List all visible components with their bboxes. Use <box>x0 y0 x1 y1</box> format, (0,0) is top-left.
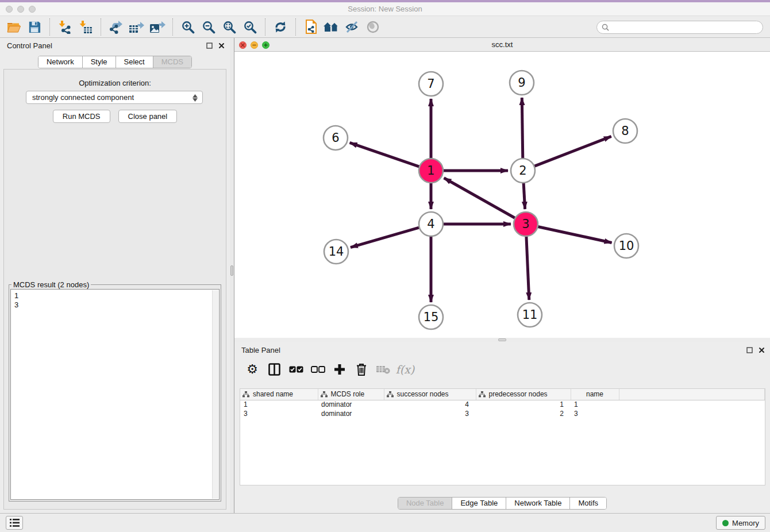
graph-node-3[interactable]: 3 <box>514 212 538 236</box>
svg-text:2: 2 <box>519 164 526 178</box>
graph-edge-1-6[interactable] <box>350 142 421 167</box>
import-network-icon[interactable] <box>55 18 75 36</box>
table-cell[interactable]: dominator <box>318 400 384 409</box>
graph-edge-3-1[interactable] <box>444 178 517 219</box>
task-history-button[interactable] <box>6 516 23 530</box>
sort-column-icon[interactable] <box>479 391 486 398</box>
birds-eye-view-icon[interactable] <box>363 18 383 36</box>
horizontal-splitter[interactable] <box>234 338 770 342</box>
add-row-icon[interactable] <box>329 360 351 379</box>
function-builder-icon[interactable]: f(x) <box>394 360 416 379</box>
column-header-name[interactable]: name <box>571 389 619 400</box>
table-cell[interactable]: 1 <box>476 400 571 409</box>
table-cell[interactable]: 2 <box>476 409 571 418</box>
deselect-all-checkboxes-icon[interactable] <box>307 360 329 379</box>
close-panel-button[interactable]: Close panel <box>118 110 178 123</box>
sort-column-icon[interactable] <box>387 391 394 398</box>
column-header-MCDS-role[interactable]: MCDS role <box>318 389 384 400</box>
graph-node-2[interactable]: 2 <box>511 159 535 183</box>
search-icon <box>602 24 609 31</box>
column-header-predecessor-nodes[interactable]: predecessor nodes <box>476 389 571 400</box>
graph-node-8[interactable]: 8 <box>613 119 637 143</box>
toggle-graphics-details-icon[interactable] <box>342 18 363 36</box>
close-table-panel-icon[interactable] <box>758 346 765 354</box>
table-cell[interactable]: dominator <box>318 409 384 418</box>
tab-style[interactable]: Style <box>83 56 116 68</box>
import-table-icon[interactable] <box>75 18 96 36</box>
save-session-icon[interactable] <box>24 18 45 36</box>
export-table-icon[interactable] <box>126 18 147 36</box>
table-cell[interactable]: 1 <box>571 400 619 409</box>
refresh-view-icon[interactable] <box>270 18 291 36</box>
graph-node-6[interactable]: 6 <box>324 126 348 150</box>
float-panel-icon[interactable] <box>206 42 213 49</box>
tab-edge-table[interactable]: Edge Table <box>452 498 506 509</box>
sort-column-icon[interactable] <box>242 391 249 398</box>
table-cell[interactable]: 4 <box>384 400 476 409</box>
network-graph[interactable]: 7968124314101511 <box>234 52 769 338</box>
memory-button[interactable]: Memory <box>716 516 765 530</box>
mcds-result-list[interactable]: 13 <box>10 289 220 500</box>
close-panel-icon[interactable] <box>218 42 225 49</box>
zoom-in-icon[interactable] <box>178 18 198 36</box>
vertical-splitter[interactable] <box>230 38 234 513</box>
table-row[interactable]: 3dominator323 <box>240 409 765 418</box>
graph-edge-3-11[interactable] <box>526 235 529 300</box>
tab-node-table[interactable]: Node Table <box>398 498 453 509</box>
graph-node-11[interactable]: 11 <box>518 303 542 327</box>
tab-network[interactable]: Network <box>38 56 83 68</box>
network-home-icon[interactable] <box>321 18 342 36</box>
delete-row-icon[interactable] <box>351 360 372 379</box>
table-cell[interactable]: 3 <box>384 409 476 418</box>
zoom-out-icon[interactable] <box>198 18 219 36</box>
control-panel-tabs: NetworkStyleSelectMCDS <box>0 56 230 68</box>
delete-column-icon[interactable] <box>372 360 394 379</box>
network-canvas[interactable]: 7968124314101511 <box>234 52 770 338</box>
criterion-dropdown[interactable]: strongly connected component <box>26 91 203 104</box>
vertical-splitter-handle[interactable] <box>230 265 233 276</box>
zoom-selected-icon[interactable] <box>240 18 260 36</box>
tab-network-table[interactable]: Network Table <box>506 498 570 509</box>
graph-node-4[interactable]: 4 <box>419 212 443 236</box>
graph-node-10[interactable]: 10 <box>614 234 638 258</box>
column-header-shared-name[interactable]: shared name <box>240 389 318 400</box>
graph-node-1[interactable]: 1 <box>419 159 443 183</box>
export-network-icon[interactable] <box>106 18 126 36</box>
float-table-panel-icon[interactable] <box>746 346 753 354</box>
control-panel-title: Control Panel <box>7 41 52 50</box>
graph-node-14[interactable]: 14 <box>324 240 348 264</box>
graph-edge-4-14[interactable] <box>351 227 421 247</box>
graph-edge-3-10[interactable] <box>537 226 612 243</box>
tab-select[interactable]: Select <box>116 56 153 68</box>
run-mcds-button[interactable]: Run MCDS <box>53 110 110 123</box>
table-cell[interactable]: 3 <box>571 409 619 418</box>
open-file-icon[interactable] <box>3 18 24 36</box>
node-table[interactable]: shared nameMCDS rolesuccessor nodesprede… <box>240 388 765 485</box>
graph-edge-2-8[interactable] <box>533 136 611 167</box>
table-row[interactable]: 1dominator411 <box>240 400 765 409</box>
mcds-result-value: 3 <box>14 300 215 310</box>
result-scrollbar[interactable] <box>212 290 218 499</box>
search-field[interactable] <box>596 21 763 34</box>
graph-edge-2-3[interactable] <box>523 182 525 209</box>
tab-mcds[interactable]: MCDS <box>153 56 191 68</box>
table-cell[interactable]: 3 <box>240 409 318 418</box>
duplicate-network-icon[interactable] <box>301 18 321 36</box>
table-cell[interactable]: 1 <box>240 400 318 409</box>
horizontal-splitter-handle[interactable] <box>498 338 506 341</box>
column-header-successor-nodes[interactable]: successor nodes <box>384 389 476 400</box>
select-all-checkboxes-icon[interactable] <box>285 360 307 379</box>
toolbar-separator <box>295 18 296 36</box>
show-columns-icon[interactable] <box>263 360 285 379</box>
search-input[interactable] <box>609 22 763 33</box>
graph-node-7[interactable]: 7 <box>419 72 443 96</box>
zoom-fit-icon[interactable] <box>219 18 240 36</box>
graph-node-9[interactable]: 9 <box>510 71 534 95</box>
graph-edge-2-9[interactable] <box>522 98 523 160</box>
table-settings-gear-icon[interactable]: ⚙ <box>241 360 263 379</box>
graph-node-15[interactable]: 15 <box>419 305 443 329</box>
export-image-icon[interactable] <box>147 18 168 36</box>
tab-motifs[interactable]: Motifs <box>570 498 606 509</box>
sort-column-icon[interactable] <box>321 391 328 398</box>
svg-text:15: 15 <box>424 310 439 324</box>
